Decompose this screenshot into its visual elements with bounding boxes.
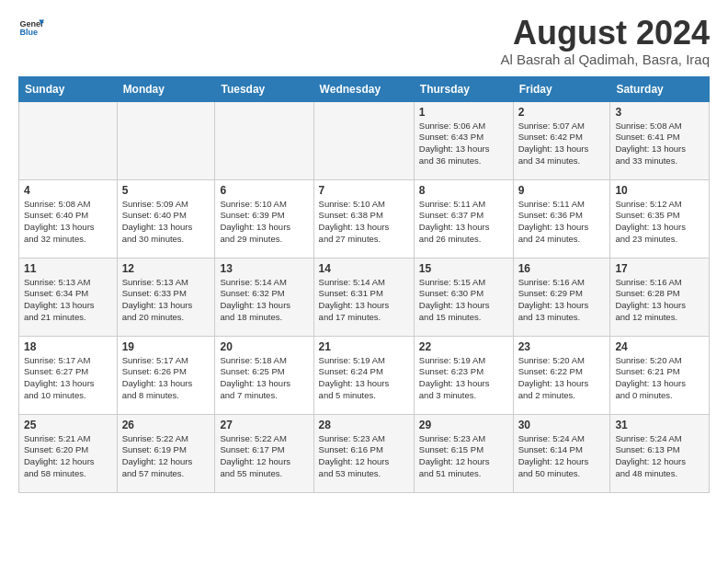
calendar-table: SundayMondayTuesdayWednesdayThursdayFrid… xyxy=(18,76,710,493)
cell-content: Sunrise: 5:12 AM Sunset: 6:35 PM Dayligh… xyxy=(615,199,704,246)
calendar-cell: 20Sunrise: 5:18 AM Sunset: 6:25 PM Dayli… xyxy=(215,336,313,414)
day-number: 9 xyxy=(518,184,606,197)
day-number: 18 xyxy=(24,340,112,353)
day-number: 20 xyxy=(220,340,308,353)
calendar-cell: 27Sunrise: 5:22 AM Sunset: 6:17 PM Dayli… xyxy=(215,414,313,492)
day-number: 25 xyxy=(24,419,112,431)
day-number: 6 xyxy=(220,184,308,197)
day-number: 19 xyxy=(122,340,210,353)
day-number: 16 xyxy=(518,262,606,275)
calendar-cell: 17Sunrise: 5:16 AM Sunset: 6:28 PM Dayli… xyxy=(610,258,710,336)
day-number: 7 xyxy=(319,184,409,197)
cell-content: Sunrise: 5:15 AM Sunset: 6:30 PM Dayligh… xyxy=(419,277,508,324)
calendar-cell: 11Sunrise: 5:13 AM Sunset: 6:34 PM Dayli… xyxy=(19,258,118,336)
weekday-header-row: SundayMondayTuesdayWednesdayThursdayFrid… xyxy=(19,76,710,101)
cell-content: Sunrise: 5:11 AM Sunset: 6:37 PM Dayligh… xyxy=(419,199,508,246)
cell-content: Sunrise: 5:17 AM Sunset: 6:26 PM Dayligh… xyxy=(122,355,210,402)
cell-content: Sunrise: 5:23 AM Sunset: 6:15 PM Dayligh… xyxy=(419,433,508,480)
calendar-cell: 19Sunrise: 5:17 AM Sunset: 6:26 PM Dayli… xyxy=(117,336,215,414)
cell-content: Sunrise: 5:14 AM Sunset: 6:32 PM Dayligh… xyxy=(220,277,308,324)
cell-content: Sunrise: 5:24 AM Sunset: 6:13 PM Dayligh… xyxy=(615,433,704,480)
weekday-header-monday: Monday xyxy=(117,76,215,101)
day-number: 27 xyxy=(220,419,308,431)
cell-content: Sunrise: 5:24 AM Sunset: 6:14 PM Dayligh… xyxy=(518,433,606,480)
cell-content: Sunrise: 5:23 AM Sunset: 6:16 PM Dayligh… xyxy=(319,433,409,480)
calendar-cell: 25Sunrise: 5:21 AM Sunset: 6:20 PM Dayli… xyxy=(19,414,118,492)
calendar-title: August 2024 xyxy=(500,15,710,52)
cell-content: Sunrise: 5:10 AM Sunset: 6:38 PM Dayligh… xyxy=(319,199,409,246)
day-number: 30 xyxy=(518,419,606,431)
calendar-cell: 16Sunrise: 5:16 AM Sunset: 6:29 PM Dayli… xyxy=(513,258,610,336)
calendar-cell xyxy=(215,101,313,179)
cell-content: Sunrise: 5:16 AM Sunset: 6:28 PM Dayligh… xyxy=(615,277,704,324)
day-number: 11 xyxy=(24,262,112,275)
calendar-cell xyxy=(313,101,414,179)
day-number: 5 xyxy=(122,184,210,197)
day-number: 26 xyxy=(122,419,210,431)
week-row-2: 4Sunrise: 5:08 AM Sunset: 6:40 PM Daylig… xyxy=(19,179,710,258)
day-number: 29 xyxy=(419,419,508,431)
calendar-cell: 21Sunrise: 5:19 AM Sunset: 6:24 PM Dayli… xyxy=(313,336,414,414)
weekday-header-sunday: Sunday xyxy=(19,76,118,101)
cell-content: Sunrise: 5:11 AM Sunset: 6:36 PM Dayligh… xyxy=(518,199,606,246)
day-number: 15 xyxy=(419,262,508,275)
day-number: 17 xyxy=(615,262,704,275)
day-number: 23 xyxy=(518,340,606,353)
day-number: 10 xyxy=(615,184,704,197)
calendar-cell: 13Sunrise: 5:14 AM Sunset: 6:32 PM Dayli… xyxy=(215,258,313,336)
cell-content: Sunrise: 5:13 AM Sunset: 6:33 PM Dayligh… xyxy=(122,277,210,324)
calendar-cell: 18Sunrise: 5:17 AM Sunset: 6:27 PM Dayli… xyxy=(19,336,118,414)
cell-content: Sunrise: 5:09 AM Sunset: 6:40 PM Dayligh… xyxy=(122,199,210,246)
calendar-cell: 6Sunrise: 5:10 AM Sunset: 6:39 PM Daylig… xyxy=(215,179,313,258)
day-number: 1 xyxy=(419,106,508,119)
title-section: August 2024 Al Basrah al Qadimah, Basra,… xyxy=(500,15,710,67)
cell-content: Sunrise: 5:06 AM Sunset: 6:43 PM Dayligh… xyxy=(419,121,508,167)
calendar-cell: 23Sunrise: 5:20 AM Sunset: 6:22 PM Dayli… xyxy=(513,336,610,414)
calendar-cell: 22Sunrise: 5:19 AM Sunset: 6:23 PM Dayli… xyxy=(414,336,513,414)
day-number: 28 xyxy=(319,419,409,431)
weekday-header-saturday: Saturday xyxy=(610,76,710,101)
calendar-cell: 4Sunrise: 5:08 AM Sunset: 6:40 PM Daylig… xyxy=(19,179,118,258)
day-number: 31 xyxy=(615,419,704,431)
day-number: 21 xyxy=(319,340,409,353)
calendar-cell: 14Sunrise: 5:14 AM Sunset: 6:31 PM Dayli… xyxy=(313,258,414,336)
calendar-cell: 26Sunrise: 5:22 AM Sunset: 6:19 PM Dayli… xyxy=(117,414,215,492)
cell-content: Sunrise: 5:22 AM Sunset: 6:17 PM Dayligh… xyxy=(220,433,308,480)
day-number: 14 xyxy=(319,262,409,275)
day-number: 3 xyxy=(615,106,704,119)
cell-content: Sunrise: 5:19 AM Sunset: 6:23 PM Dayligh… xyxy=(419,355,508,402)
week-row-3: 11Sunrise: 5:13 AM Sunset: 6:34 PM Dayli… xyxy=(19,258,710,336)
calendar-cell: 24Sunrise: 5:20 AM Sunset: 6:21 PM Dayli… xyxy=(610,336,710,414)
calendar-cell: 8Sunrise: 5:11 AM Sunset: 6:37 PM Daylig… xyxy=(414,179,513,258)
calendar-cell: 30Sunrise: 5:24 AM Sunset: 6:14 PM Dayli… xyxy=(513,414,610,492)
calendar-cell: 31Sunrise: 5:24 AM Sunset: 6:13 PM Dayli… xyxy=(610,414,710,492)
calendar-cell xyxy=(117,101,215,179)
day-number: 8 xyxy=(419,184,508,197)
cell-content: Sunrise: 5:14 AM Sunset: 6:31 PM Dayligh… xyxy=(319,277,409,324)
cell-content: Sunrise: 5:19 AM Sunset: 6:24 PM Dayligh… xyxy=(319,355,409,402)
cell-content: Sunrise: 5:13 AM Sunset: 6:34 PM Dayligh… xyxy=(24,277,112,324)
calendar-cell: 5Sunrise: 5:09 AM Sunset: 6:40 PM Daylig… xyxy=(117,179,215,258)
logo: General Blue xyxy=(18,15,44,40)
cell-content: Sunrise: 5:16 AM Sunset: 6:29 PM Dayligh… xyxy=(518,277,606,324)
day-number: 4 xyxy=(24,184,112,197)
calendar-cell: 12Sunrise: 5:13 AM Sunset: 6:33 PM Dayli… xyxy=(117,258,215,336)
cell-content: Sunrise: 5:21 AM Sunset: 6:20 PM Dayligh… xyxy=(24,433,112,480)
calendar-cell: 7Sunrise: 5:10 AM Sunset: 6:38 PM Daylig… xyxy=(313,179,414,258)
cell-content: Sunrise: 5:18 AM Sunset: 6:25 PM Dayligh… xyxy=(220,355,308,402)
cell-content: Sunrise: 5:17 AM Sunset: 6:27 PM Dayligh… xyxy=(24,355,112,402)
weekday-header-tuesday: Tuesday xyxy=(215,76,313,101)
calendar-cell: 1Sunrise: 5:06 AM Sunset: 6:43 PM Daylig… xyxy=(414,101,513,179)
cell-content: Sunrise: 5:10 AM Sunset: 6:39 PM Dayligh… xyxy=(220,199,308,246)
cell-content: Sunrise: 5:08 AM Sunset: 6:41 PM Dayligh… xyxy=(615,121,704,167)
calendar-cell: 10Sunrise: 5:12 AM Sunset: 6:35 PM Dayli… xyxy=(610,179,710,258)
day-number: 12 xyxy=(122,262,210,275)
svg-text:Blue: Blue xyxy=(19,28,38,37)
cell-content: Sunrise: 5:07 AM Sunset: 6:42 PM Dayligh… xyxy=(518,121,606,167)
cell-content: Sunrise: 5:20 AM Sunset: 6:21 PM Dayligh… xyxy=(615,355,704,402)
logo-icon: General Blue xyxy=(18,15,44,40)
weekday-header-thursday: Thursday xyxy=(414,76,513,101)
header: General Blue August 2024 Al Basrah al Qa… xyxy=(18,15,710,67)
calendar-cell: 28Sunrise: 5:23 AM Sunset: 6:16 PM Dayli… xyxy=(313,414,414,492)
day-number: 24 xyxy=(615,340,704,353)
